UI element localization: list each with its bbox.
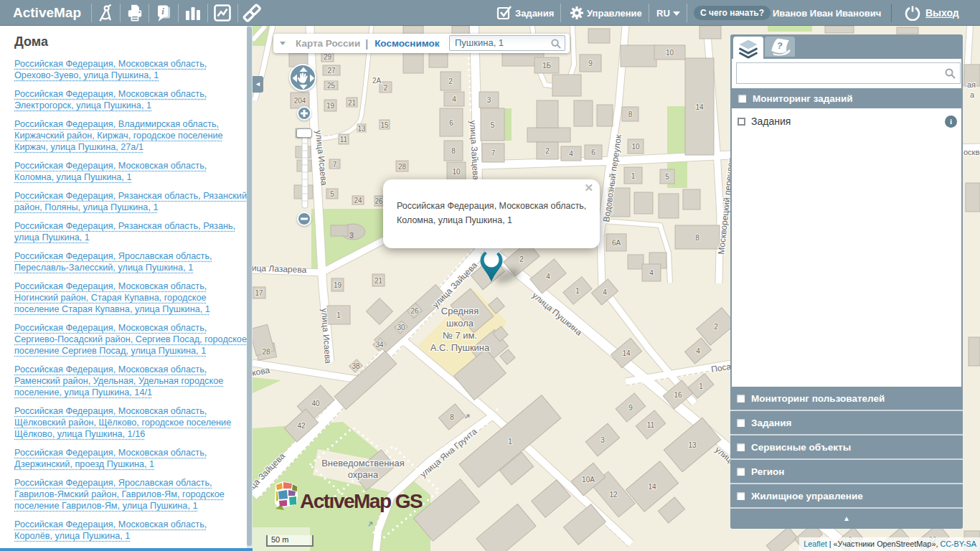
svg-text:40: 40 bbox=[311, 400, 320, 408]
svg-text:3: 3 bbox=[349, 232, 354, 240]
svg-text:1: 1 bbox=[336, 311, 341, 319]
svg-text:2А: 2А bbox=[372, 77, 382, 85]
svg-text:улица Лазарева: улица Лазарева bbox=[253, 263, 307, 275]
svg-text:2: 2 bbox=[714, 323, 718, 331]
svg-text:24: 24 bbox=[354, 197, 362, 204]
svg-text:7: 7 bbox=[491, 149, 496, 157]
svg-text:2: 2 bbox=[545, 147, 550, 155]
svg-text:а: а bbox=[970, 90, 975, 99]
svg-text:6: 6 bbox=[449, 119, 453, 127]
svg-text:21: 21 bbox=[348, 99, 357, 107]
svg-text:?: ? bbox=[776, 41, 783, 52]
svg-text:42: 42 bbox=[297, 422, 306, 430]
svg-text:12: 12 bbox=[609, 491, 618, 499]
svg-text:10: 10 bbox=[631, 143, 640, 151]
svg-text:3: 3 bbox=[600, 436, 605, 444]
svg-text:9: 9 bbox=[628, 404, 633, 412]
svg-text:1: 1 bbox=[631, 172, 636, 180]
svg-text:14: 14 bbox=[695, 103, 704, 111]
svg-text:27: 27 bbox=[327, 67, 336, 75]
svg-text:3: 3 bbox=[487, 96, 491, 104]
svg-text:1: 1 bbox=[508, 438, 512, 446]
svg-text:17: 17 bbox=[255, 289, 263, 297]
svg-text:5: 5 bbox=[330, 190, 334, 198]
svg-text:15: 15 bbox=[380, 121, 389, 129]
svg-text:13: 13 bbox=[357, 125, 366, 133]
svg-text:2: 2 bbox=[448, 77, 453, 85]
svg-text:4: 4 bbox=[452, 95, 456, 103]
svg-text:оскве: оскве bbox=[963, 148, 980, 156]
svg-text:11: 11 bbox=[647, 421, 655, 429]
svg-text:№ 7 им.: № 7 им. bbox=[443, 330, 477, 341]
svg-text:4: 4 bbox=[569, 150, 573, 158]
svg-text:6: 6 bbox=[591, 149, 595, 156]
svg-text:4: 4 bbox=[546, 273, 550, 281]
svg-text:5: 5 bbox=[491, 121, 495, 129]
svg-text:11: 11 bbox=[340, 136, 348, 143]
svg-text:8: 8 bbox=[451, 147, 456, 155]
svg-text:школа: школа bbox=[446, 318, 474, 329]
svg-text:30: 30 bbox=[397, 324, 405, 331]
svg-text:25: 25 bbox=[327, 82, 336, 90]
svg-text:16: 16 bbox=[674, 391, 682, 399]
svg-text:8: 8 bbox=[628, 110, 633, 118]
svg-text:4: 4 bbox=[696, 347, 700, 355]
svg-text:38: 38 bbox=[352, 362, 360, 370]
svg-text:8: 8 bbox=[450, 413, 454, 421]
svg-text:1: 1 bbox=[699, 382, 703, 390]
svg-text:34: 34 bbox=[375, 341, 384, 349]
svg-text:А.С. Пушкина: А.С. Пушкина bbox=[430, 342, 490, 353]
svg-text:охрана: охрана bbox=[348, 469, 379, 480]
svg-text:13: 13 bbox=[688, 441, 697, 449]
svg-text:4: 4 bbox=[603, 288, 607, 296]
svg-text:14: 14 bbox=[622, 349, 631, 357]
svg-text:8: 8 bbox=[695, 234, 699, 242]
svg-text:26: 26 bbox=[374, 197, 383, 205]
svg-text:ая: ая bbox=[967, 80, 976, 89]
svg-text:10: 10 bbox=[452, 168, 461, 176]
svg-text:1Б: 1Б bbox=[542, 62, 552, 70]
svg-text:i: i bbox=[161, 6, 164, 17]
svg-text:10: 10 bbox=[666, 49, 674, 57]
svg-text:2: 2 bbox=[384, 84, 388, 92]
svg-text:7: 7 bbox=[333, 161, 337, 169]
svg-text:14: 14 bbox=[648, 483, 656, 491]
svg-text:204: 204 bbox=[294, 97, 306, 105]
svg-text:28: 28 bbox=[398, 163, 407, 171]
svg-text:4: 4 bbox=[649, 269, 654, 277]
svg-text:19: 19 bbox=[326, 102, 335, 110]
svg-text:29: 29 bbox=[324, 53, 332, 61]
svg-text:10А: 10А bbox=[582, 476, 595, 484]
svg-text:5: 5 bbox=[665, 173, 669, 181]
svg-text:26: 26 bbox=[410, 307, 419, 315]
svg-text:28: 28 bbox=[262, 348, 270, 356]
svg-text:Средняя: Средняя bbox=[441, 306, 479, 316]
svg-text:Вневедомственная: Вневедомственная bbox=[321, 458, 405, 468]
svg-text:6А: 6А bbox=[612, 239, 621, 247]
svg-text:19: 19 bbox=[334, 281, 342, 289]
svg-text:1: 1 bbox=[575, 287, 580, 295]
svg-text:9: 9 bbox=[588, 60, 593, 67]
svg-text:21: 21 bbox=[374, 277, 383, 285]
